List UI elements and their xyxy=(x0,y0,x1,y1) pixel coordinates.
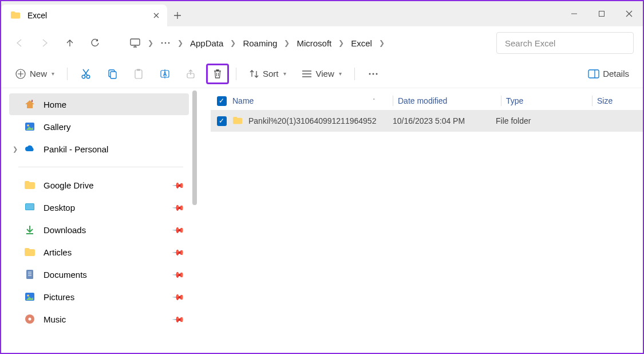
breadcrumb-segment[interactable]: AppData xyxy=(187,36,227,50)
sidebar-item-downloads[interactable]: Downloads 📌 xyxy=(9,219,189,241)
svg-rect-1 xyxy=(131,39,140,45)
document-icon xyxy=(24,269,35,280)
sidebar-item-home[interactable]: Home xyxy=(9,93,189,115)
sidebar-item-googledrive[interactable]: Google Drive 📌 xyxy=(9,174,189,196)
back-button[interactable] xyxy=(8,32,31,54)
svg-rect-18 xyxy=(588,70,599,78)
browser-tab[interactable]: Excel xyxy=(1,5,167,26)
file-type: File folder xyxy=(496,116,582,125)
sidebar-item-label: Music xyxy=(44,314,66,324)
column-header-type[interactable]: Type xyxy=(506,96,592,105)
tab-title: Excel xyxy=(27,11,145,20)
breadcrumb-segment[interactable]: Roaming xyxy=(239,36,280,50)
sidebar: Home Gallery ❯ Pankil - Personal Google … xyxy=(1,88,197,353)
svg-point-15 xyxy=(369,73,370,74)
sidebar-item-label: Pankil - Personal xyxy=(44,144,108,154)
sort-button[interactable]: Sort ▾ xyxy=(243,64,292,84)
chevron-right-icon[interactable]: ❯ xyxy=(176,39,184,47)
chevron-right-icon[interactable]: ❯ xyxy=(13,145,18,153)
sidebar-item-onedrive[interactable]: ❯ Pankil - Personal xyxy=(9,138,189,160)
sidebar-item-label: Downloads xyxy=(44,225,86,235)
minimize-button[interactable] xyxy=(560,1,588,26)
svg-point-4 xyxy=(168,42,170,44)
pictures-icon xyxy=(24,291,35,302)
folder-icon xyxy=(232,116,243,125)
up-button[interactable] xyxy=(58,32,81,54)
close-window-button[interactable] xyxy=(615,1,643,26)
select-all-checkbox[interactable]: ✓ xyxy=(217,96,227,106)
sidebar-item-documents[interactable]: Documents 📌 xyxy=(9,263,189,285)
folder-icon xyxy=(24,179,35,191)
sidebar-item-gallery[interactable]: Gallery xyxy=(9,116,189,137)
sidebar-item-label: Gallery xyxy=(44,122,71,132)
search-placeholder: Search Excel xyxy=(505,38,555,48)
breadcrumb-segment[interactable]: Excel xyxy=(347,36,376,50)
sidebar-item-label: Documents xyxy=(44,270,87,280)
sidebar-item-music[interactable]: Music 📌 xyxy=(9,308,189,330)
scrollbar-thumb[interactable] xyxy=(192,91,197,205)
search-input[interactable]: Search Excel xyxy=(496,32,634,54)
details-pane-button[interactable]: Details xyxy=(582,64,635,84)
svg-rect-11 xyxy=(137,69,140,70)
svg-point-3 xyxy=(165,42,167,44)
chevron-right-icon[interactable]: ❯ xyxy=(378,39,386,47)
sidebar-item-label: Google Drive xyxy=(44,180,94,190)
sidebar-item-pictures[interactable]: Pictures 📌 xyxy=(9,286,189,308)
copy-button[interactable] xyxy=(101,64,124,84)
breadcrumb-overflow[interactable] xyxy=(157,39,174,47)
sort-button-label: Sort xyxy=(263,69,279,78)
breadcrumb-segment[interactable]: Microsoft xyxy=(293,36,335,50)
address-bar[interactable]: ❯ ❯ AppData ❯ Roaming ❯ Microsoft ❯ Exce… xyxy=(121,34,489,52)
svg-point-2 xyxy=(161,42,163,44)
svg-point-16 xyxy=(372,73,374,74)
svg-rect-9 xyxy=(110,72,116,78)
svg-point-17 xyxy=(376,73,377,74)
folder-icon xyxy=(24,246,35,258)
chevron-down-icon: ▾ xyxy=(283,70,286,77)
chevron-right-icon[interactable]: ❯ xyxy=(229,39,237,47)
delete-button[interactable] xyxy=(206,64,229,84)
forward-button[interactable] xyxy=(33,32,56,54)
view-button-label: View xyxy=(316,69,334,78)
column-header-size[interactable]: Size xyxy=(597,96,643,105)
refresh-button[interactable] xyxy=(84,32,106,54)
file-list: ✓ Name ˄ Date modified Type Size ✓ Panki… xyxy=(197,88,643,353)
chevron-right-icon[interactable]: ❯ xyxy=(147,39,155,47)
pin-icon: 📌 xyxy=(172,223,185,236)
sidebar-item-articles[interactable]: Articles 📌 xyxy=(9,241,189,263)
svg-rect-10 xyxy=(135,70,142,78)
music-icon xyxy=(24,313,35,325)
file-date: 10/16/2023 5:04 PM xyxy=(393,116,496,125)
svg-point-27 xyxy=(29,318,31,321)
download-icon xyxy=(24,224,35,235)
svg-point-7 xyxy=(86,75,90,78)
rename-button[interactable]: A xyxy=(153,64,176,84)
more-button[interactable] xyxy=(362,64,385,84)
new-tab-button[interactable] xyxy=(167,5,188,26)
close-tab-button[interactable] xyxy=(152,11,160,19)
file-row[interactable]: ✓ Pankil%20(1)310640991211964952 10/16/2… xyxy=(211,110,643,132)
paste-button[interactable] xyxy=(127,64,150,84)
chevron-right-icon[interactable]: ❯ xyxy=(283,39,291,47)
sidebar-item-label: Desktop xyxy=(44,203,75,213)
new-button[interactable]: New ▾ xyxy=(9,64,60,84)
gallery-icon xyxy=(24,121,35,132)
chevron-down-icon: ▾ xyxy=(52,70,54,77)
home-icon xyxy=(24,99,35,110)
folder-icon xyxy=(10,11,21,20)
share-button[interactable] xyxy=(180,64,203,84)
view-button[interactable]: View ▾ xyxy=(295,64,347,84)
chevron-right-icon[interactable]: ❯ xyxy=(337,39,345,47)
new-button-label: New xyxy=(30,69,47,78)
pin-icon: 📌 xyxy=(172,200,185,214)
pin-icon: 📌 xyxy=(172,178,185,191)
row-checkbox[interactable]: ✓ xyxy=(217,116,227,126)
cut-button[interactable] xyxy=(74,64,97,84)
file-name: Pankil%20(1)310640991211964952 xyxy=(248,116,376,125)
column-header-name[interactable]: Name ˄ xyxy=(232,96,393,105)
maximize-button[interactable] xyxy=(588,1,615,26)
monitor-icon xyxy=(126,34,144,52)
sidebar-item-label: Pictures xyxy=(44,292,74,302)
column-header-date[interactable]: Date modified xyxy=(398,96,501,105)
sidebar-item-desktop[interactable]: Desktop 📌 xyxy=(9,196,189,218)
